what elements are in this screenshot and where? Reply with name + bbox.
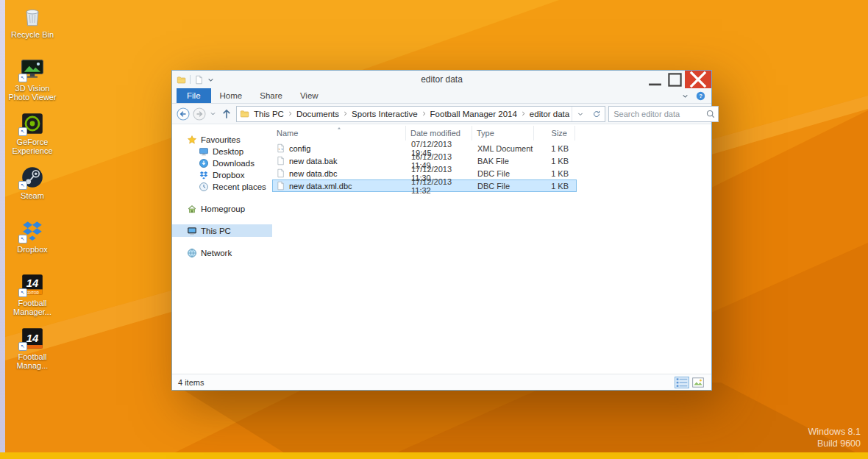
sidebar-item-desktop[interactable]: Desktop [172,146,272,157]
desktop-icon-recycle-bin[interactable]: Recycle Bin [4,4,60,49]
window-title: editor data [172,74,711,85]
desktop-icon-dropbox[interactable]: Dropbox [4,218,60,264]
back-button[interactable] [177,107,190,121]
desktop-icon-label: Dropbox [17,245,48,254]
address-dropdown-chevron-icon[interactable] [576,110,585,118]
close-button[interactable] [685,71,711,88]
crumb-sep-icon [286,110,294,118]
steam-icon [20,165,45,190]
up-button[interactable] [220,107,233,121]
column-header-type[interactable]: Type [472,126,534,140]
details-view-button[interactable] [675,377,689,388]
tab-file[interactable]: File [177,88,211,103]
folder-icon [240,109,249,118]
crumb-sep-icon [420,110,428,118]
file-size: 1 KB [535,143,576,154]
sidebar-item-favourites[interactable]: Favourites [172,133,272,146]
desktop-icon-label: Recycle Bin [11,30,54,39]
title-bar[interactable]: editor data [172,71,711,88]
column-header-label: Name [277,129,298,138]
address-bar-controls [572,107,605,121]
file-type: DBC File [473,180,535,191]
file-name-cell: new data.dbc [273,168,407,179]
sidebar-item-this-pc[interactable]: This PC [172,224,272,237]
content-view-icon [691,376,705,389]
recent-locations-button[interactable] [209,110,217,118]
desktop-icon-geforce[interactable]: GeForce Experience [4,111,60,157]
sidebar-item-label: Downloads [213,159,255,168]
ribbon-tab-row: FileHomeShareView ? [172,88,711,104]
explorer-window: editor data FileHomeShareView ? This PCD… [171,70,712,391]
minimize-button[interactable] [645,71,665,88]
sidebar-item-homegroup[interactable]: Homegroup [172,202,272,215]
file-area: NameDate modifiedTypeSize config07/12/20… [272,124,711,374]
view-buttons [675,377,705,388]
desktop-icon-steam[interactable]: Steam [4,165,60,210]
watermark-line-2: Build 9600 [808,438,861,449]
search-box [608,106,719,122]
clock-icon [199,182,209,192]
chevron-down-icon [206,75,216,85]
breadcrumb-item[interactable]: This PC [252,110,286,118]
downloads-icon [199,158,209,168]
file-list: config07/12/2013 19:45XML Document1 KBne… [272,142,711,192]
photo-viewer-icon [20,57,45,82]
geforce-icon [20,111,45,136]
column-header-date-modified[interactable]: Date modified [406,126,472,140]
sidebar-item-label: Favourites [201,135,241,144]
monitor-icon [199,146,209,157]
back-icon [177,107,190,121]
address-bar[interactable]: This PCDocumentsSports InteractiveFootba… [236,106,605,122]
search-input[interactable] [609,107,718,121]
maximize-icon [665,70,685,90]
sidebar-item-label: Desktop [213,147,243,156]
desktop-icon-fm[interactable]: 14Football Manag... [4,326,60,371]
column-header-name[interactable]: Name [272,126,406,140]
sidebar-item-dropbox[interactable]: Dropbox [172,169,272,181]
dropbox-icon [199,170,209,180]
desktop-icon-label: Steam [21,191,44,200]
desktop-icon-photo-viewer[interactable]: 3D Vision Photo Viewer [4,57,60,103]
tab-home[interactable]: Home [211,88,252,103]
crumb-sep-icon [341,110,349,118]
quick-access-toolbar[interactable] [172,75,216,85]
breadcrumb-item[interactable]: editor data [527,110,572,118]
desktop-icon-fm-editor[interactable]: 14EDITORFootball Manager... [4,272,60,318]
breadcrumb-item[interactable]: Football Manager 2014 [428,110,519,118]
maximize-button[interactable] [665,71,685,88]
refresh-icon[interactable] [592,110,601,118]
search-icon [705,109,716,119]
desktop-icon-label: Football Manag... [4,352,60,370]
recycle-bin-icon [20,4,45,29]
file-size: 1 KB [535,180,576,191]
file-type: DBC File [473,168,535,179]
content-view-button[interactable] [691,377,705,388]
breadcrumb-item[interactable]: Sports Interactive [349,110,419,118]
sidebar-item-label: Dropbox [213,171,244,179]
tab-share[interactable]: Share [251,88,291,103]
breadcrumb-item[interactable]: Documents [294,110,341,118]
nav-group-network: Network [172,246,272,259]
chevron-down-icon [209,110,217,118]
tab-view[interactable]: View [291,88,327,103]
column-header-label: Size [552,129,567,138]
desktop-icons: Recycle Bin3D Vision Photo ViewerGeForce… [4,4,60,371]
forward-button[interactable] [193,107,206,121]
folder-icon [177,75,186,85]
svg-text:?: ? [699,93,702,99]
sidebar-item-downloads[interactable]: Downloads [172,157,272,169]
column-header-size[interactable]: Size [534,126,575,140]
sidebar-item-network[interactable]: Network [172,246,272,259]
forward-icon [193,107,206,121]
sidebar-item-label: Recent places [213,182,266,191]
file-name: new data.dbc [289,169,337,178]
nav-group-favourites: FavouritesDesktopDownloadsDropboxRecent … [172,133,272,193]
star-icon [187,135,197,145]
sidebar-item-recent-places[interactable]: Recent places [172,181,272,193]
nav-pane: FavouritesDesktopDownloadsDropboxRecent … [172,124,272,374]
computer-icon [187,226,197,236]
file-row[interactable]: new data.xml.dbc17/12/2013 11:32DBC File… [272,179,577,192]
explorer-main: FavouritesDesktopDownloadsDropboxRecent … [172,124,711,374]
file-name-cell: new data.bak [273,155,407,166]
file-date-modified: 17/12/2013 11:32 [407,180,473,191]
